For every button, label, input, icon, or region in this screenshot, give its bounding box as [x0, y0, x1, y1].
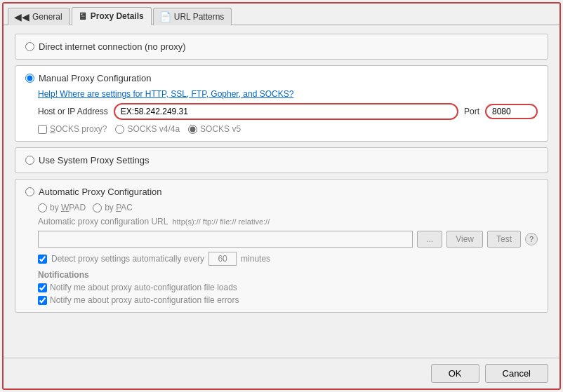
tab-proxy-details[interactable]: 🖥 Proxy Details	[72, 7, 152, 25]
tab-bar: ◀◀ General 🖥 Proxy Details 📄 URL Pattern…	[4, 4, 559, 25]
url-label-row: Automatic proxy configuration URL http(s…	[38, 217, 538, 227]
pac-radio[interactable]	[93, 203, 102, 212]
system-radio[interactable]	[25, 156, 34, 165]
wpad-radio[interactable]	[38, 203, 47, 212]
detect-label: Detect proxy settings automatically ever…	[51, 254, 204, 264]
pac-radio-label: by PAC	[93, 203, 133, 212]
detect-unit: minutes	[241, 254, 270, 264]
manual-section: Manual Proxy Configuration Help! Where a…	[15, 65, 548, 142]
port-label: Port	[464, 107, 479, 116]
tab-url-patterns-label: URL Patterns	[174, 12, 225, 22]
notifications-section: Notifications Notify me about proxy auto…	[38, 270, 538, 305]
auto-radio[interactable]	[25, 187, 34, 196]
notif1-label: Notify me about proxy auto-configuration…	[50, 283, 237, 292]
help-icon[interactable]: ?	[525, 233, 538, 245]
cancel-button[interactable]: Cancel	[485, 364, 548, 383]
tab-general-label: General	[32, 12, 62, 22]
notif2-label: Notify me about proxy auto-configuration…	[50, 295, 239, 305]
direct-section: Direct internet connection (no proxy)	[15, 34, 548, 60]
socks-row: SOCKS proxy? SOCKS v4/4a SOCKS v5	[38, 124, 538, 134]
port-input[interactable]	[492, 107, 531, 116]
host-port-row: Host or IP Address Port	[38, 103, 538, 120]
socks-v4-radio-label: SOCKS v4/4a	[115, 124, 180, 134]
socks-checkbox[interactable]	[38, 125, 47, 134]
system-label: Use System Proxy Settings	[39, 155, 150, 165]
detect-input[interactable]	[208, 252, 237, 266]
direct-label: Direct internet connection (no proxy)	[39, 41, 186, 52]
pac-label: by PAC	[105, 203, 133, 212]
tab-url-patterns[interactable]: 📄 URL Patterns	[153, 8, 232, 25]
notif-item-2: Notify me about proxy auto-configuration…	[38, 295, 538, 305]
url-input[interactable]	[38, 231, 413, 248]
wpad-radio-label: by WPAD	[38, 203, 86, 212]
url-input-row: ... View Test ?	[38, 231, 538, 248]
system-section: Use System Proxy Settings	[15, 147, 548, 173]
general-icon: ◀◀	[14, 11, 29, 22]
manual-radio-row: Manual Proxy Configuration	[25, 73, 538, 83]
socks-v4-radio[interactable]	[115, 125, 124, 134]
auto-section-content: by WPAD by PAC Automatic proxy configura…	[38, 203, 538, 305]
system-radio-row: Use System Proxy Settings	[25, 155, 538, 165]
proxy-details-icon: 🖥	[78, 11, 88, 22]
tab-proxy-details-label: Proxy Details	[91, 11, 144, 21]
auto-label: Automatic Proxy Configuration	[39, 187, 162, 197]
ok-button[interactable]: OK	[431, 364, 479, 383]
auto-radio-row: Automatic Proxy Configuration	[25, 187, 538, 197]
dialog-content: Direct internet connection (no proxy) Ma…	[4, 25, 559, 358]
detect-checkbox[interactable]	[38, 255, 47, 264]
notif1-checkbox[interactable]	[38, 283, 47, 292]
help-link[interactable]: Help! Where are settings for HTTP, SSL, …	[38, 89, 538, 99]
wpad-label: by WPAD	[50, 203, 86, 212]
direct-radio-row: Direct internet connection (no proxy)	[25, 41, 538, 52]
host-input[interactable]	[114, 103, 458, 120]
by-row: by WPAD by PAC	[38, 203, 538, 212]
notifications-label: Notifications	[38, 270, 538, 280]
port-input-wrapper	[485, 104, 538, 119]
notif2-checkbox[interactable]	[38, 296, 47, 305]
url-label: Automatic proxy configuration URL	[38, 217, 168, 227]
dialog-footer: OK Cancel	[4, 358, 559, 388]
socks-label: SOCKS proxy?	[50, 124, 107, 134]
url-patterns-icon: 📄	[159, 11, 171, 22]
socks-v5-radio[interactable]	[188, 125, 197, 134]
socks-v5-radio-label: SOCKS v5	[188, 124, 241, 134]
socks-v5-label: SOCKS v5	[200, 124, 241, 134]
host-label: Host or IP Address	[38, 107, 108, 116]
manual-radio[interactable]	[25, 74, 34, 83]
test-button[interactable]: Test	[487, 231, 521, 248]
socks-checkbox-label: SOCKS proxy?	[38, 124, 107, 134]
socks-v4-label: SOCKS v4/4a	[127, 124, 180, 134]
proxy-settings-dialog: ◀◀ General 🖥 Proxy Details 📄 URL Pattern…	[2, 2, 561, 390]
detect-row: Detect proxy settings automatically ever…	[38, 252, 538, 266]
notif-item-1: Notify me about proxy auto-configuration…	[38, 283, 538, 292]
tab-general[interactable]: ◀◀ General	[8, 8, 70, 25]
direct-radio[interactable]	[25, 42, 34, 51]
browse-button[interactable]: ...	[417, 231, 442, 248]
manual-label: Manual Proxy Configuration	[39, 73, 151, 83]
manual-section-content: Help! Where are settings for HTTP, SSL, …	[38, 89, 538, 134]
auto-section: Automatic Proxy Configuration by WPAD by…	[15, 179, 548, 313]
view-button[interactable]: View	[446, 231, 483, 248]
url-hint: http(s):// ftp:// file:// relative://	[172, 217, 270, 226]
